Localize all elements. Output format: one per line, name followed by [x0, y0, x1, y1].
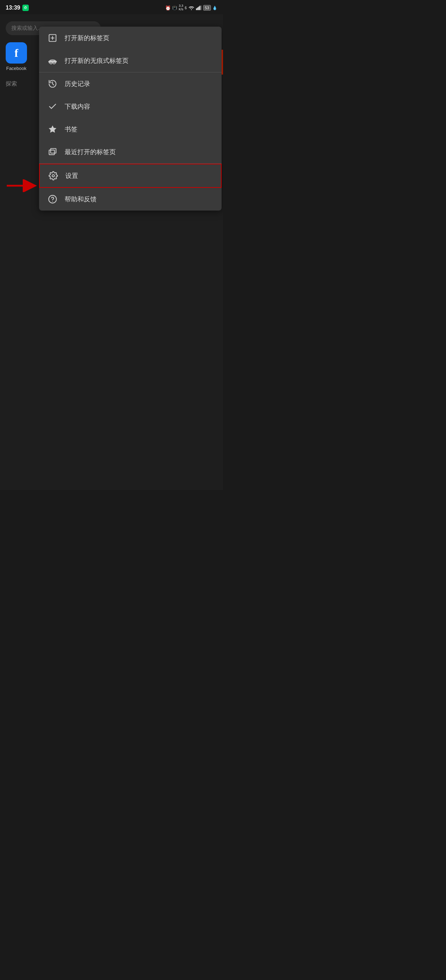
menu-item-recent-tabs[interactable]: 最近打开的标签页 [39, 141, 221, 163]
signal-icon [196, 5, 202, 10]
menu-item-incognito[interactable]: 打开新的无痕式标签页 [39, 49, 221, 72]
bookmarks-icon [48, 124, 57, 134]
svg-rect-3 [199, 6, 200, 10]
downloads-icon [48, 102, 57, 111]
red-arrow-indicator [5, 179, 37, 192]
vibrate-icon: 📳 [172, 6, 177, 10]
network-gen: 6 [185, 6, 187, 10]
menu-item-downloads[interactable]: 下载内容 [39, 95, 221, 118]
recent-tabs-icon [48, 147, 57, 157]
svg-point-17 [52, 175, 55, 177]
svg-rect-16 [51, 148, 56, 153]
network-speed: 3.3K/s [178, 4, 183, 11]
menu-item-new-tab[interactable]: 打开新的标签页 [39, 27, 221, 49]
battery-indicator: 53 [203, 5, 211, 11]
settings-label: 设置 [65, 172, 78, 180]
status-bar: 13:39 ⏱ ⏰ 📳 3.3K/s 6 53 💧 [0, 0, 223, 14]
time-display: 13:39 [6, 5, 20, 11]
alarm-icon: ⏰ [165, 5, 171, 11]
settings-icon [48, 171, 58, 181]
incognito-label: 打开新的无痕式标签页 [65, 56, 129, 65]
dropdown-menu: 打开新的标签页 打开新的无痕式标签页 [39, 27, 221, 210]
timer-icon: ⏱ [22, 5, 29, 11]
svg-rect-15 [49, 150, 54, 155]
new-tab-icon [48, 33, 57, 43]
search-placeholder: 搜索或输入... [11, 25, 43, 31]
facebook-label: Facebook [6, 66, 26, 71]
history-icon [48, 79, 57, 89]
bookmarks-label: 书签 [65, 125, 77, 134]
history-label: 历史记录 [65, 80, 90, 88]
status-right-icons: ⏰ 📳 3.3K/s 6 53 💧 [165, 4, 217, 11]
svg-rect-4 [201, 6, 201, 10]
new-tab-label: 打开新的标签页 [65, 34, 109, 42]
recent-tabs-label: 最近打开的标签页 [65, 148, 116, 156]
menu-item-history[interactable]: 历史记录 [39, 72, 221, 95]
incognito-icon [48, 56, 57, 66]
help-label: 帮助和反馈 [65, 195, 97, 204]
downloads-label: 下载内容 [65, 102, 90, 111]
facebook-icon: f [6, 42, 27, 64]
svg-rect-8 [49, 61, 56, 62]
battery-drop-icon: 💧 [212, 6, 217, 10]
battery-level: 53 [205, 6, 209, 10]
menu-item-settings[interactable]: 设置 [39, 164, 221, 188]
wifi-icon [188, 5, 194, 10]
facebook-bookmark[interactable]: f Facebook [6, 42, 27, 71]
menu-item-help[interactable]: 帮助和反馈 [39, 188, 221, 210]
help-icon [48, 194, 57, 204]
status-time: 13:39 ⏱ [6, 5, 29, 11]
explore-label: 探索 [6, 81, 17, 87]
svg-marker-14 [49, 125, 56, 133]
menu-item-bookmarks[interactable]: 书签 [39, 118, 221, 141]
arrow-svg [5, 179, 37, 192]
svg-rect-1 [197, 8, 198, 10]
svg-rect-2 [198, 7, 199, 10]
facebook-f-letter: f [14, 46, 19, 60]
svg-rect-0 [196, 8, 197, 10]
